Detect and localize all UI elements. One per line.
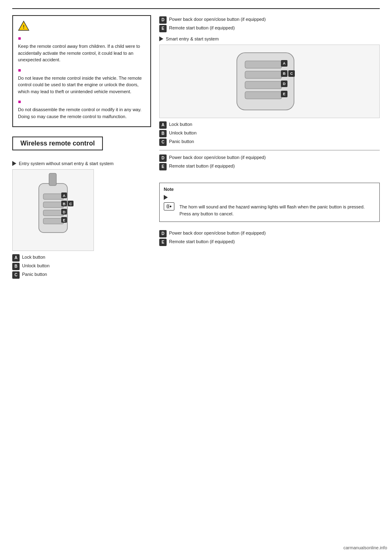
- svg-text:E: E: [283, 92, 285, 96]
- svg-rect-3: [49, 173, 56, 186]
- watermark: carmanualsonline.info: [343, 545, 387, 550]
- badge-A: A: [12, 254, 20, 262]
- smart-key-image: A B C D E: [159, 45, 380, 118]
- warning-section-1-title: ■: [18, 36, 145, 41]
- smart-label-D-text: Power back door open/close button (if eq…: [169, 154, 380, 161]
- bottom-right-label-D-text: Power back door open/close button (if eq…: [169, 230, 380, 236]
- svg-text:D: D: [63, 210, 66, 214]
- right-label-D-text: Power back door open/close button (if eq…: [169, 16, 380, 22]
- note-content: ((● The horn will sound and the hazard w…: [164, 202, 375, 218]
- warning-box: ! ■ Keep the remote control away from ch…: [12, 15, 151, 127]
- warning-section-2-text: Do not leave the remote control inside t…: [18, 75, 145, 95]
- flip-key-arrow-line: Entry system without smart entry & start…: [12, 161, 151, 166]
- note-text: The horn will sound and the hazard warni…: [179, 204, 375, 217]
- warning-section-3-title: ■: [18, 99, 145, 105]
- speaker-label: ((●: [167, 204, 172, 209]
- flip-key-label-A: A Lock button: [12, 254, 151, 262]
- badge-D-right: D: [159, 16, 167, 24]
- svg-rect-20: [245, 71, 282, 78]
- warning-section-1-text: Keep the remote control away from childr…: [18, 43, 145, 63]
- svg-rect-2: [39, 184, 67, 233]
- warning-section-2-title: ■: [18, 67, 145, 73]
- flip-key-label-C-text: Panic button: [22, 271, 151, 278]
- svg-text:A: A: [63, 194, 66, 198]
- flip-key-label-A-text: Lock button: [22, 254, 151, 260]
- wireless-remote-control-label: Wireless remote control: [12, 137, 103, 150]
- warning-header: !: [18, 20, 145, 31]
- svg-text:C: C: [290, 72, 293, 76]
- svg-text:!: !: [23, 24, 24, 30]
- bottom-badge-E: E: [159, 239, 167, 246]
- flip-key-image: A B C D E: [12, 169, 94, 251]
- flip-key-section: Entry system without smart entry & start…: [12, 161, 151, 279]
- smart-key-arrow-text: Smart entry & start system: [166, 36, 219, 41]
- note-box: Note ((● The horn will sound and the haz…: [159, 183, 380, 222]
- page: ! ■ Keep the remote control away from ch…: [0, 0, 392, 555]
- left-column: ! ■ Keep the remote control away from ch…: [12, 15, 151, 280]
- smart-label-A: A Lock button: [159, 121, 380, 129]
- badge-E-right: E: [159, 25, 167, 32]
- svg-rect-19: [245, 61, 282, 68]
- svg-rect-21: [245, 81, 282, 89]
- bottom-badge-D: D: [159, 230, 167, 237]
- smart-badge-E: E: [159, 163, 167, 170]
- right-label-D: D Power back door open/close button (if …: [159, 16, 380, 24]
- svg-text:B: B: [63, 202, 66, 206]
- right-label-E: E Remote start button (if equipped): [159, 25, 380, 32]
- smart-label-E: E Remote start button (if equipped): [159, 163, 380, 170]
- smart-label-C: C Panic button: [159, 139, 380, 146]
- smart-key-svg: A B C D E: [220, 47, 318, 116]
- bottom-right-label-D: D Power back door open/close button (if …: [159, 230, 380, 237]
- badge-B: B: [12, 263, 20, 270]
- smart-label-D: D Power back door open/close button (if …: [159, 154, 380, 162]
- right-label-E-text: Remote start button (if equipped): [169, 25, 380, 31]
- flip-key-label-B-text: Unlock button: [22, 263, 151, 269]
- flip-key-label-B: B Unlock button: [12, 263, 151, 270]
- smart-badge-C: C: [159, 139, 167, 146]
- top-rule: [12, 8, 380, 9]
- svg-text:E: E: [63, 218, 65, 222]
- smart-label-E-text: Remote start button (if equipped): [169, 163, 380, 169]
- svg-rect-7: [43, 218, 64, 224]
- smart-key-arrow-line: Smart entry & start system: [159, 36, 380, 41]
- bottom-right-label-E-text: Remote start button (if equipped): [169, 239, 380, 245]
- smart-badge-A: A: [159, 121, 167, 129]
- smart-badge-B: B: [159, 130, 167, 137]
- flip-key-svg: A B C D E: [20, 171, 86, 249]
- smart-label-B-text: Unlock button: [169, 130, 380, 136]
- note-title-text: Note: [164, 186, 174, 192]
- right-column: D Power back door open/close button (if …: [159, 15, 380, 280]
- warning-section-3-text: Do not disassemble the remote control or…: [18, 106, 145, 120]
- svg-rect-22: [245, 92, 282, 99]
- note-arrow-line: [164, 195, 375, 200]
- bottom-right-labels: D Power back door open/close button (if …: [159, 230, 380, 246]
- note-title: Note: [164, 186, 375, 192]
- divider: [159, 150, 380, 150]
- arrow-icon: [12, 161, 16, 166]
- svg-rect-4: [43, 194, 64, 199]
- speaker-icon: ((●: [164, 202, 174, 210]
- smart-badge-D: D: [159, 154, 167, 162]
- svg-text:A: A: [283, 61, 286, 65]
- badge-C: C: [12, 271, 20, 279]
- arrow-icon-2: [159, 36, 163, 41]
- svg-rect-5: [43, 202, 64, 208]
- svg-text:B: B: [283, 72, 286, 76]
- smart-label-C-text: Panic button: [169, 139, 380, 145]
- note-arrow-icon: [164, 195, 168, 200]
- flip-key-arrow-text: Entry system without smart entry & start…: [19, 161, 114, 166]
- main-layout: ! ■ Keep the remote control away from ch…: [12, 15, 380, 280]
- warning-icon: !: [18, 20, 29, 31]
- smart-label-A-text: Lock button: [169, 121, 380, 128]
- svg-text:D: D: [283, 82, 286, 86]
- bottom-right-label-E: E Remote start button (if equipped): [159, 239, 380, 246]
- smart-label-B: B Unlock button: [159, 130, 380, 137]
- svg-text:C: C: [69, 202, 72, 206]
- flip-key-label-C: C Panic button: [12, 271, 151, 279]
- svg-rect-6: [43, 210, 64, 216]
